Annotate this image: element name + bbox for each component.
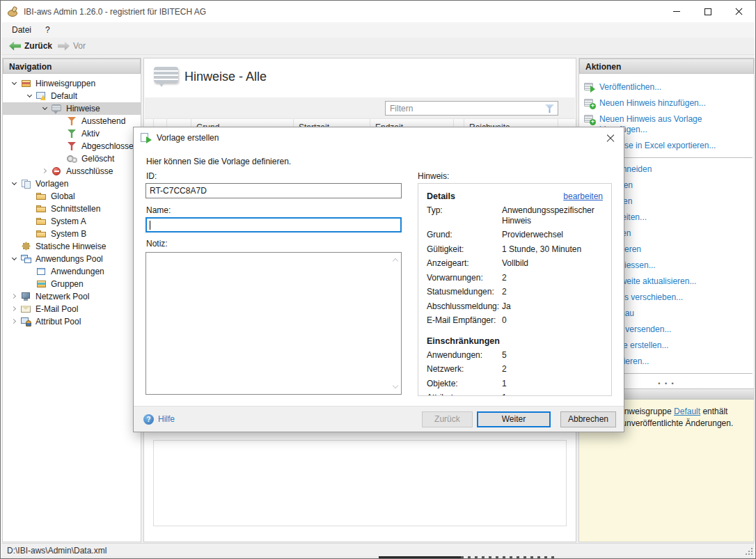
- vorlage-erstellen-dialog: Vorlage erstellen Hier können Sie die Vo…: [133, 127, 624, 432]
- dialog-close-icon[interactable]: [606, 133, 615, 143]
- zurueck-button[interactable]: Zurück: [422, 411, 473, 427]
- sidebar-item-attribut-pool[interactable]: Attribut Pool: [3, 315, 141, 328]
- sidebar-item-label: System B: [49, 228, 86, 240]
- sidebar-item-hinweise[interactable]: Hinweise: [3, 102, 141, 115]
- detail-value: Providerwechsel: [502, 230, 603, 240]
- monitor-warning-icon: [36, 90, 47, 102]
- chevron-placeholder: [55, 116, 66, 127]
- chevron-placeholder: [24, 191, 36, 202]
- sidebar-item-ausschluesse[interactable]: Ausschlüsse: [3, 165, 141, 178]
- minimize-button[interactable]: [661, 1, 692, 22]
- chevron-down-icon[interactable]: [40, 103, 51, 114]
- sidebar-item-label: Gruppen: [49, 278, 84, 290]
- detail-key: Typ:: [427, 205, 502, 226]
- id-field[interactable]: [146, 184, 401, 198]
- detail-row: E-Mail Empfänger: 0: [427, 315, 603, 326]
- sidebar-item-hinweisgruppen[interactable]: Hinweisgruppen: [3, 77, 141, 90]
- hinweise-list-empty: [153, 440, 567, 526]
- restriction-value: 5: [502, 350, 603, 361]
- bearbeiten-link[interactable]: bearbeiten: [563, 191, 603, 201]
- detail-value: Ja: [502, 301, 603, 312]
- chevron-down-icon[interactable]: [9, 178, 20, 189]
- restrictions-heading: Einschränkungen: [427, 336, 603, 346]
- chevron-down-icon[interactable]: [24, 90, 36, 102]
- dialog-intro-text: Hier können Sie die Vorlage definieren.: [146, 157, 291, 166]
- weiter-button[interactable]: Weiter: [477, 411, 551, 427]
- detail-value: 0: [502, 315, 603, 326]
- forward-arrow-icon: [58, 42, 70, 51]
- resize-grip[interactable]: [744, 546, 753, 555]
- detail-key: Statusmeldungen:: [427, 287, 502, 297]
- help-button[interactable]: ? Hilfe: [143, 414, 175, 425]
- action-label: Neuen Hinweis hinzufügen...: [599, 97, 706, 109]
- forward-button[interactable]: Vor: [55, 40, 88, 52]
- add-note-icon: [583, 113, 595, 125]
- speech-bubble-icon: [51, 103, 63, 114]
- taskbar-fragment: [379, 556, 461, 558]
- actions-header: Aktionen: [579, 58, 754, 74]
- chevron-right-icon[interactable]: [40, 166, 51, 177]
- detail-value: 2: [502, 273, 603, 283]
- sidebar-item-vorlagen[interactable]: Vorlagen: [3, 178, 141, 190]
- note-field[interactable]: [146, 253, 401, 394]
- chevron-placeholder: [24, 228, 36, 239]
- action-neuen-hinweis[interactable]: Neuen Hinweis hinzufügen...: [579, 95, 754, 111]
- sidebar-item-ausstehend[interactable]: Ausstehend: [3, 115, 141, 127]
- default-group-link[interactable]: Default: [674, 407, 700, 416]
- restriction-row: Netzwerk: 2: [427, 364, 603, 375]
- sidebar-item-aktiv[interactable]: Aktiv: [3, 127, 141, 140]
- sidebar-item-system-b[interactable]: System B: [3, 228, 141, 240]
- app-window: IBI-aws Admin 1.26.0 - registriert für I…: [0, 0, 756, 559]
- id-label: ID:: [146, 171, 157, 181]
- detail-value: Anwendungsspezifischer Hinweis: [502, 205, 603, 226]
- action-veroeffentlichen[interactable]: Veröffentlichen...: [579, 79, 754, 95]
- detail-value: 1 Stunde, 30 Minuten: [502, 244, 603, 255]
- close-button[interactable]: [723, 1, 755, 22]
- sidebar-item-label: Schnittstellen: [49, 203, 100, 215]
- sidebar-item-gruppen[interactable]: Gruppen: [3, 278, 141, 290]
- toolbar: Zurück Vor: [1, 38, 755, 55]
- sidebar-item-netzwerk-pool[interactable]: Netzwerk Pool: [3, 290, 141, 303]
- abbrechen-button[interactable]: Abbrechen: [560, 411, 616, 427]
- chevron-down-icon[interactable]: [9, 78, 20, 89]
- status-bar: D:\IBI-aws\Admin\Data.xml: [1, 543, 755, 556]
- chevron-right-icon[interactable]: [9, 304, 20, 315]
- sidebar-item-label: Hinweise: [65, 102, 100, 115]
- maximize-button[interactable]: [692, 1, 723, 22]
- back-button[interactable]: Zurück: [6, 40, 55, 52]
- sidebar-item-global[interactable]: Global: [3, 190, 141, 203]
- sidebar-item-email-pool[interactable]: E-Mail Pool: [3, 303, 141, 315]
- chevron-placeholder: [24, 216, 36, 227]
- hinweis-label: Hinweis:: [418, 171, 449, 181]
- sidebar-item-system-a[interactable]: System A: [3, 215, 141, 228]
- sidebar-item-default[interactable]: Default: [3, 90, 141, 102]
- detail-row: Statusmeldungen: 2: [427, 287, 603, 297]
- funnel-red-icon: [66, 141, 78, 152]
- help-label: Hilfe: [158, 414, 175, 424]
- sidebar-item-abgeschlossen[interactable]: Abgeschlossen: [3, 140, 141, 152]
- attribute-user-icon: [20, 316, 32, 327]
- menu-datei[interactable]: Datei: [5, 24, 38, 36]
- page-title: Hinweise - Alle: [184, 70, 267, 84]
- name-field[interactable]: [147, 219, 400, 231]
- sidebar-item-geloescht[interactable]: Gelöscht: [3, 152, 141, 165]
- sidebar-item-schnittstellen[interactable]: Schnittstellen: [3, 203, 141, 215]
- sidebar-item-anwendungen[interactable]: Anwendungen: [3, 265, 141, 278]
- network-icon: [20, 291, 32, 302]
- folder-icon: [36, 191, 47, 202]
- chevron-down-icon[interactable]: [9, 253, 20, 265]
- sidebar-item-anwendungs-pool[interactable]: Anwendungs Pool: [3, 253, 141, 265]
- chevron-right-icon[interactable]: [9, 291, 20, 302]
- data-file-path: D:\IBI-aws\Admin\Data.xml: [7, 546, 107, 556]
- chevron-right-icon[interactable]: [9, 316, 20, 327]
- app-window-icon: [36, 266, 47, 277]
- sidebar-item-label: Global: [49, 190, 75, 203]
- name-field-box: [145, 217, 402, 233]
- menu-help[interactable]: ?: [38, 24, 57, 36]
- detail-row: Typ: Anwendungsspezifischer Hinweis: [427, 205, 603, 226]
- email-icon: [20, 304, 32, 315]
- id-field-box: [145, 183, 402, 198]
- filter-input[interactable]: [386, 102, 558, 115]
- sidebar-item-label: Attribut Pool: [34, 315, 81, 328]
- sidebar-item-statische-hinweise[interactable]: Statische Hinweise: [3, 240, 141, 253]
